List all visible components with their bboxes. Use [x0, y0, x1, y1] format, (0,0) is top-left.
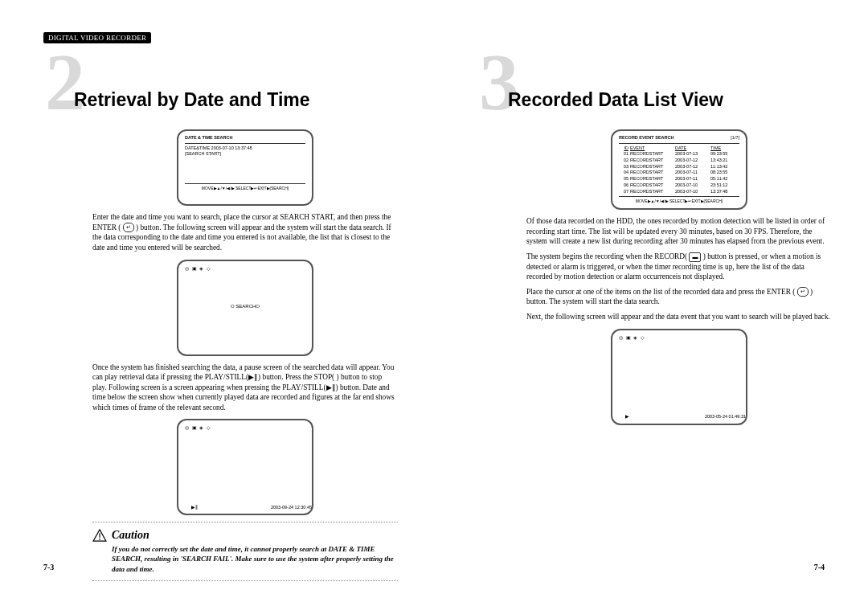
paragraph: Enter the date and time you want to sear… [92, 212, 398, 253]
svg-point-1 [99, 539, 100, 540]
screen-footer: MOVE▶▲/▼/◀/▶ SELECT▶↵EXIT▶[SEARCH] [185, 186, 305, 191]
text: The system begins the recording when the… [526, 252, 687, 260]
table-row: 07RECORDSTART2003-07-1013:37:48 [619, 189, 739, 195]
caution-label: Caution [112, 529, 149, 542]
col-head-date: DATE [675, 145, 710, 152]
screen-search-progress: ◎ ▣ ◈ ◇ O SEARCHO [177, 260, 313, 356]
search-text: O SEARCHO [178, 303, 312, 309]
page-right: 3 Recorded Data List View RECORD EVENT S… [434, 0, 868, 594]
status-icons: ◎ ▣ ◈ ◇ [185, 265, 305, 272]
paragraph: Of those data recorded on the HDD, the o… [526, 216, 832, 247]
screen-playback: ◎ ▣ ◈ ◇ ▶ 2003-05-24 01:49:31 [611, 329, 747, 425]
page-spread: DIGITAL VIDEO RECORDER 2 Retrieval by Da… [0, 0, 868, 594]
screen-line: DATE&TIME 2003-07-10 13:37:48 [185, 145, 305, 152]
enter-icon: ↵ [797, 287, 809, 297]
paragraph: Once the system has finished searching t… [92, 363, 398, 413]
screen-line: [SEARCH START] [185, 151, 305, 158]
table-row: 04RECORDSTART2003-07-1108:23:55 [619, 170, 739, 176]
status-icons: ◎ ▣ ◈ ◇ [619, 334, 739, 341]
screen-title: RECORD EVENT SEARCH [619, 135, 674, 141]
screen-playback: ◎ ▣ ◈ ◇ ▶‖ 2003-09-24 12:30:45 [177, 419, 313, 515]
page-number: 7-3 [43, 563, 54, 571]
table-row: 03RECORDSTART2003-07-1211:13:42 [619, 164, 739, 170]
enter-icon: ↵ [123, 223, 134, 232]
paragraph: Place the cursor at one of the items on … [526, 287, 832, 307]
paragraph: Next, the following screen will appear a… [526, 312, 832, 322]
page-number: 7-4 [814, 563, 825, 571]
divider [92, 522, 398, 522]
divider [92, 580, 398, 581]
text: Place the cursor at one of the items on … [526, 288, 795, 296]
warning-icon [92, 529, 107, 542]
text: ) button. The following screen will appe… [92, 223, 391, 252]
content-right: RECORD EVENT SEARCH [1/7] ID EVENT DATE … [526, 125, 832, 432]
col-head-event: EVENT [630, 145, 675, 152]
paragraph: The system begins the recording when the… [526, 252, 832, 282]
pager: [1/7] [731, 135, 739, 141]
event-rows: 01RECORDSTART2003-07-1309:23:5502RECORDS… [619, 151, 739, 195]
screen-title: DATE & TIME SEARCH [185, 135, 305, 141]
screen-record-event-list: RECORD EVENT SEARCH [1/7] ID EVENT DATE … [611, 129, 747, 210]
section-title: Retrieval by Date and Time [74, 89, 310, 111]
play-datetime: 2003-05-24 01:49:31 [705, 414, 746, 420]
caution-heading: Caution [92, 529, 398, 542]
caution-body: If you do not correctly set the date and… [92, 544, 398, 573]
page-left: DIGITAL VIDEO RECORDER 2 Retrieval by Da… [0, 0, 434, 594]
screen-footer: MOVE▶▲/▼/◀/▶ SELECT▶↵EXIT▶[SEARCH] [619, 199, 739, 204]
content-left: DATE & TIME SEARCH DATE&TIME 2003-07-10 … [92, 125, 398, 588]
screen-date-time-search: DATE & TIME SEARCH DATE&TIME 2003-07-10 … [177, 129, 313, 206]
table-row: 05RECORDSTART2003-07-1105:11:42 [619, 176, 739, 182]
col-head-time: TIME [710, 145, 738, 152]
table-row: 01RECORDSTART2003-07-1309:23:55 [619, 151, 739, 158]
col-head-id: ID [619, 145, 630, 152]
play-icon: ▶ [625, 414, 629, 420]
table-row: 02RECORDSTART2003-07-1213:43:21 [619, 158, 739, 164]
section-title: Recorded Data List View [508, 89, 723, 111]
table-row: 06RECORDSTART2003-07-1023:51:12 [619, 182, 739, 189]
record-icon: ▬ [689, 252, 701, 262]
play-datetime: 2003-09-24 12:30:45 [271, 505, 312, 511]
play-icon: ▶‖ [191, 505, 198, 511]
status-icons: ◎ ▣ ◈ ◇ [185, 424, 305, 431]
